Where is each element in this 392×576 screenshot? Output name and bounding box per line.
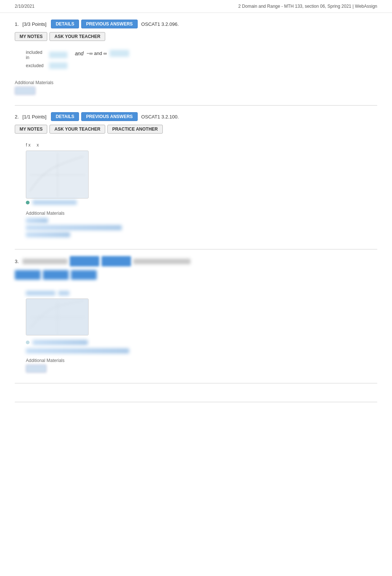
- q1-excluded-answer: ████: [49, 62, 68, 69]
- q3-ebook-button[interactable]: eBook: [26, 365, 47, 373]
- footer-area: [15, 394, 377, 410]
- q2-practice-button[interactable]: PRACTICE ANOTHER: [107, 125, 163, 134]
- q3-blurred-content: Additional Materials eBook: [26, 338, 377, 373]
- q3-fx-blurred: [26, 291, 55, 296]
- footer-separator: [15, 402, 377, 402]
- q1-additional: Additional Materials eBook: [15, 73, 377, 99]
- q2-oscat: OSCAT1 3.2.100.: [141, 114, 179, 120]
- q1-included-row: included in ████: [26, 50, 68, 60]
- q2-dot-green: [26, 201, 30, 204]
- question-2-header: 2. [1/1 Points] DETAILS PREVIOUS ANSWERS…: [15, 112, 377, 121]
- q1-infinity-label: −∞ and ∞: [86, 51, 107, 56]
- q2-number: 2.: [15, 114, 19, 120]
- q1-included-answer: ████: [49, 52, 68, 58]
- q2-graph-wrapper: f x x: [26, 142, 89, 205]
- q1-infinity-answer: ████: [110, 50, 129, 57]
- q2-blurred-text-1: [32, 200, 77, 205]
- q2-blurred-line-3: [26, 232, 70, 237]
- top-bar: 2/10/2021 2 Domain and Range - MTH 133, …: [0, 0, 392, 13]
- q3-additional-materials-label: Additional Materials: [26, 358, 377, 363]
- q3-ask-teacher-button[interactable]: [43, 270, 69, 280]
- q3-my-notes-button[interactable]: [15, 270, 41, 280]
- q2-dot-row: [26, 200, 89, 205]
- q1-ebook-button[interactable]: eBook: [15, 87, 35, 95]
- q3-blurred-line-2: [26, 348, 129, 353]
- q1-additional-materials-label: Additional Materials: [15, 80, 377, 85]
- q1-number: 1.: [15, 21, 19, 27]
- q3-blurred-line-1: [32, 340, 88, 345]
- q1-oscat: OSCAT1 3.2.096.: [141, 21, 179, 27]
- q2-action-buttons: MY NOTES ASK YOUR TEACHER PRACTICE ANOTH…: [15, 125, 377, 134]
- q1-points: [3/3 Points]: [23, 21, 47, 27]
- q2-details-button[interactable]: DETAILS: [51, 112, 79, 121]
- q3-practice-button[interactable]: [71, 270, 97, 280]
- date-label: 2/10/2021: [15, 4, 34, 9]
- q3-graph-box: [26, 299, 89, 335]
- question-3-header: 3. ████████████ ███████████████: [15, 256, 377, 266]
- q3-points: ████████████: [23, 259, 68, 264]
- q2-content: f x x: [15, 139, 377, 242]
- q3-graph-label-row: [26, 291, 377, 296]
- q3-graph-blur-overlay: [26, 299, 88, 335]
- q1-ask-teacher-button[interactable]: ASK YOUR TEACHER: [49, 32, 105, 41]
- q1-included-label: included in: [26, 50, 46, 60]
- q2-graph-box: [26, 151, 89, 199]
- q3-oscat: ███████████████: [133, 259, 190, 264]
- q3-action-buttons: [15, 270, 377, 280]
- q3-prev-answers-button[interactable]: [102, 256, 131, 266]
- q1-my-notes-button[interactable]: MY NOTES: [15, 32, 47, 41]
- q1-content: included in ████ excluded ████ and −∞ an…: [15, 46, 377, 73]
- q3-number: 3.: [15, 259, 19, 264]
- q3-x-blurred: [58, 291, 69, 296]
- q1-excluded-label: excluded: [26, 63, 46, 68]
- q1-prev-answers-button[interactable]: PREVIOUS ANSWERS: [81, 20, 137, 28]
- q2-prev-answers-button[interactable]: PREVIOUS ANSWERS: [81, 112, 137, 121]
- q2-graph-area: f x x: [26, 142, 377, 205]
- q2-additional-materials-label: Additional Materials: [26, 211, 377, 216]
- question-1-block: 1. [3/3 Points] DETAILS PREVIOUS ANSWERS…: [15, 20, 377, 106]
- q1-excluded-row: excluded ████: [26, 62, 68, 69]
- question-1-header: 1. [3/3 Points] DETAILS PREVIOUS ANSWERS…: [15, 20, 377, 28]
- q2-points: [1/1 Points]: [23, 114, 47, 120]
- q1-details-button[interactable]: DETAILS: [51, 20, 79, 28]
- q3-dot-row: [26, 338, 377, 346]
- q2-ask-teacher-button[interactable]: ASK YOUR TEACHER: [49, 125, 105, 134]
- q2-my-notes-button[interactable]: MY NOTES: [15, 125, 47, 134]
- q2-fx-label: f x x: [26, 142, 89, 148]
- q1-and-text: and: [75, 51, 83, 56]
- q1-action-buttons: MY NOTES ASK YOUR TEACHER: [15, 32, 377, 41]
- question-3-block: 3. ████████████ ███████████████: [15, 256, 377, 383]
- q2-graph-blur-overlay: [26, 151, 88, 198]
- q2-blurred-line-1: [26, 218, 48, 223]
- q3-content: Additional Materials eBook: [15, 285, 377, 376]
- question-2-block: 2. [1/1 Points] DETAILS PREVIOUS ANSWERS…: [15, 112, 377, 249]
- q2-blurred-line-2: [26, 225, 122, 230]
- q3-details-button[interactable]: [70, 256, 99, 266]
- q2-blurred-lines: [26, 218, 377, 237]
- page-title: 2 Domain and Range - MTH 133, section 06…: [238, 4, 377, 9]
- q1-and-section: and −∞ and ∞ ████: [75, 50, 129, 57]
- q3-dot-green: [26, 341, 30, 344]
- q1-interval-section: included in ████ excluded ████: [26, 50, 68, 69]
